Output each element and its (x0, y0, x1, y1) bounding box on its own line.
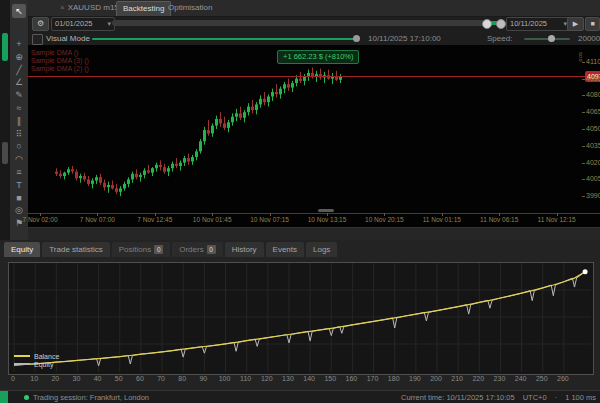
fibonacci-grid-icon[interactable]: ⠿ (12, 128, 26, 140)
candle-body (251, 107, 254, 110)
measure-icon[interactable]: ⊕ (12, 51, 26, 63)
start-date-select[interactable]: 01/01/2025 ▾ (51, 17, 115, 31)
rectangle-icon[interactable]: ■ (12, 192, 26, 204)
chart-scroll-thumb[interactable] (318, 209, 334, 212)
equity-x-tick-label: 220 (470, 375, 486, 382)
visual-mode-checkbox[interactable] (32, 34, 43, 45)
end-date-select[interactable]: 10/11/2025 ▾ (506, 17, 571, 31)
tab-equity[interactable]: Equity (4, 242, 40, 257)
cursor-icon[interactable]: ↖ (12, 4, 26, 18)
playback-progress-bar[interactable] (92, 38, 356, 40)
equity-x-tick-label: 40 (90, 375, 106, 382)
tab-positions[interactable]: Positions0 (112, 242, 170, 257)
pattern-lines-icon[interactable]: ≡ (12, 166, 26, 178)
draw-pencil-icon[interactable]: ✎ (12, 89, 26, 101)
chart-tab-label: XAUUSD m15 (68, 3, 119, 12)
equity-x-tick-label: 50 (111, 375, 127, 382)
equity-plot-frame (8, 262, 594, 375)
legend-label: Equity (34, 361, 53, 368)
text-icon[interactable]: T (12, 179, 26, 191)
candle-wick (176, 158, 177, 168)
tab-label: Events (273, 245, 297, 254)
candle-wick (80, 174, 81, 183)
price-tick-mark (582, 129, 585, 130)
equity-x-tick-label: 190 (407, 375, 423, 382)
trading-session-text: Trading session: Frankfurt, London (33, 393, 149, 402)
candlestick-chart[interactable] (28, 45, 585, 227)
tab-logs[interactable]: Logs (306, 242, 337, 257)
equity-end-marker (583, 269, 588, 274)
candle-body (123, 184, 126, 189)
arc-icon[interactable]: ◠ (12, 153, 26, 165)
tab-orders[interactable]: Orders0 (172, 242, 222, 257)
candle-body (223, 123, 226, 128)
tab-label: History (232, 245, 257, 254)
play-button[interactable]: ▶ (567, 17, 584, 31)
candle-body (227, 122, 230, 128)
tab-label: Equity (11, 245, 33, 254)
price-tick-mark (582, 79, 585, 80)
utc-offset-text[interactable]: UTC+0 (523, 393, 547, 402)
tab-events[interactable]: Events (266, 242, 304, 257)
tab-count-badge: 0 (154, 245, 163, 254)
screenshot-icon[interactable]: ◎ (12, 204, 26, 216)
trendline-icon[interactable]: ╱ (12, 64, 26, 76)
legend-line-swatch (14, 355, 30, 357)
tab-history[interactable]: History (225, 242, 264, 257)
candle-body (75, 172, 78, 179)
price-tick-label: 4050 (586, 125, 600, 132)
ask-axis-rotated-label: pos (577, 52, 583, 62)
equity-chart[interactable] (9, 263, 591, 372)
candle-body (63, 173, 66, 176)
equidistant-channel-icon[interactable]: ∥ (12, 115, 26, 127)
price-tick-label: 4020 (586, 159, 600, 166)
speed-slider-handle[interactable] (548, 35, 555, 42)
equity-x-tick-label: 100 (217, 375, 233, 382)
candle-body (95, 177, 98, 180)
stop-button[interactable]: ■ (585, 17, 600, 31)
legend-item: Equity (14, 360, 59, 368)
date-range-slider[interactable] (112, 20, 486, 26)
price-tick-label: 4095 (586, 75, 600, 82)
playback-progress-handle[interactable] (353, 35, 360, 42)
legend-label: Balance (34, 353, 59, 360)
candle-body (103, 183, 106, 188)
tab-trade-statistics[interactable]: Trade statistics (42, 242, 110, 257)
polyline-icon[interactable]: ∠ (12, 76, 26, 88)
speed-label: Speed: (487, 34, 512, 43)
time-tick-label: 10 Nov 07:15 (242, 216, 298, 223)
speed-slider[interactable] (524, 38, 570, 40)
panel-splitter[interactable] (28, 227, 600, 241)
candle-body (263, 99, 266, 102)
time-tick-mark (212, 213, 213, 216)
candle-body (211, 126, 214, 134)
candle-wick (108, 182, 109, 193)
candle-body (115, 188, 118, 191)
balance-line (14, 272, 585, 365)
equity-x-tick-label: 20 (47, 375, 63, 382)
tab-optimisation[interactable]: Optimisation (162, 2, 218, 14)
settings-button[interactable]: ⚙ (32, 17, 49, 31)
candle-body (79, 176, 82, 178)
draw-wave-icon[interactable]: ≈ (12, 102, 26, 114)
price-tick-mark (582, 112, 585, 113)
range-handle-right[interactable] (496, 19, 506, 29)
tab-chart-xauusd[interactable]: ×XAUUSD m15 (60, 2, 119, 14)
candle-body (295, 79, 298, 84)
chevron-down-icon: ▾ (107, 18, 111, 30)
tab-count-badge: 0 (207, 245, 216, 254)
candle-body (71, 169, 74, 171)
results-panel: EquityTrade statisticsPositions0Orders0H… (0, 240, 600, 390)
time-tick-label: 7 Nov 07:00 (69, 216, 125, 223)
close-chart-tab-icon[interactable]: × (60, 3, 65, 12)
connection-indicator (0, 391, 8, 403)
left-edge-scroll-indicator[interactable] (2, 142, 8, 164)
ellipse-icon[interactable]: ○ (12, 140, 26, 152)
candle-body (135, 174, 138, 177)
time-tick-label: 7 Nov 02:00 (12, 216, 68, 223)
crosshair-icon[interactable]: + (12, 38, 26, 50)
candle-body (259, 99, 262, 105)
status-right-group: Current time: 10/11/2025 17:10:05 UTC+0 … (401, 393, 596, 402)
candle-body (291, 83, 294, 88)
range-handle-left[interactable] (482, 19, 492, 29)
